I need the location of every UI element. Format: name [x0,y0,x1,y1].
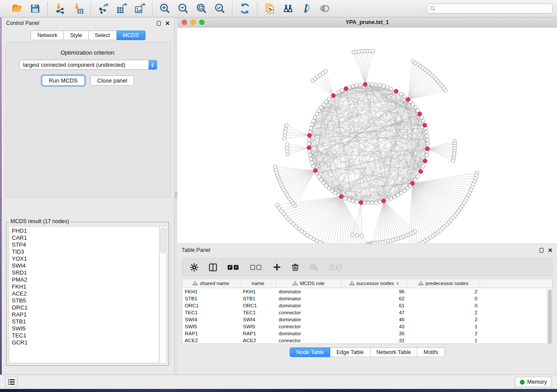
network-node[interactable] [451,159,455,162]
network-node[interactable] [382,84,385,88]
network-node[interactable] [389,196,393,200]
close-table-panel-icon[interactable]: ✕ [548,248,553,253]
network-node[interactable] [350,233,354,237]
network-node[interactable] [426,134,429,138]
network-node[interactable] [411,103,415,106]
mcds-result-list[interactable]: PHD1CAR1STP4TID3YOX1SWI4SRD1PMA2FKH1ACE2… [9,226,159,363]
tab-network-table[interactable]: Network Table [370,347,418,357]
optimization-criterion-select[interactable]: largest connected component (undirected) [19,60,157,70]
memory-button[interactable]: Memory [515,377,552,387]
table-row[interactable]: ACE2ACE2connector311 [182,337,552,344]
mcds-result-item[interactable]: RAP1 [12,311,159,318]
network-node[interactable] [360,234,363,237]
run-mcds-button[interactable]: Run MCDS [42,76,85,86]
mcds-result-item[interactable]: TID3 [12,248,159,255]
table-row[interactable]: SWI5SWI5connector431 [182,323,552,330]
task-history-button[interactable] [5,377,17,387]
network-node[interactable] [421,165,425,168]
show-columns-icon[interactable] [209,263,217,272]
network-node[interactable] [403,189,406,193]
table-options-gear-icon[interactable] [190,263,198,272]
export-table-icon[interactable] [115,3,128,15]
network-graph[interactable] [177,28,557,243]
dominator-node[interactable] [339,195,343,199]
column-header-shared-name[interactable]: shared name [182,279,240,288]
tab-motifs[interactable]: Motifs [417,347,444,357]
network-node[interactable] [313,116,317,119]
mcds-result-item[interactable]: SRD1 [12,269,159,276]
import-table-icon[interactable] [72,3,84,15]
table-row[interactable]: TEC1TEC1connector472 [182,309,552,316]
column-header-successor-nodes[interactable]: successor nodes∨ [342,279,407,288]
network-node[interactable] [317,109,321,112]
mcds-result-item[interactable]: YOX1 [12,255,159,262]
mcds-result-item[interactable]: PHD1 [12,227,159,234]
show-hide-icon[interactable] [318,3,331,15]
mcds-result-item[interactable]: TEC1 [12,332,159,339]
network-node[interactable] [273,165,277,168]
add-column-icon[interactable] [273,263,281,271]
network-node[interactable] [322,181,325,184]
network-node[interactable] [378,200,381,203]
network-node[interactable] [307,142,311,145]
network-node[interactable] [399,191,403,195]
network-node[interactable] [425,130,428,134]
dominator-node[interactable] [313,168,317,172]
unselect-all-columns-icon[interactable] [250,265,263,270]
float-table-panel-icon[interactable] [540,248,543,253]
toggle-visual-icon[interactable] [300,3,312,15]
network-node[interactable] [414,106,417,109]
export-network-icon[interactable] [97,3,109,15]
dominator-node[interactable] [331,93,335,97]
tab-select[interactable]: Select [89,31,117,40]
network-node[interactable] [405,186,409,190]
network-node[interactable] [311,165,315,168]
search-field[interactable] [427,3,553,14]
dominator-node[interactable] [359,200,363,204]
table-row[interactable]: RAP1RAP1dominator352 [182,330,552,337]
table-row[interactable]: FKH1FKH1dominator962 [182,288,552,295]
network-node[interactable] [310,123,314,126]
network-node[interactable] [359,83,362,86]
float-panel-icon[interactable] [157,21,161,26]
mcds-result-item[interactable]: CAR1 [12,234,159,241]
dominator-node[interactable] [406,97,410,101]
network-node[interactable] [351,199,355,203]
dominator-node[interactable] [410,181,414,185]
mcds-result-item[interactable]: STB1 [12,318,159,325]
dominator-node[interactable] [344,86,348,90]
dominator-node[interactable] [418,112,422,116]
network-node[interactable] [355,83,358,87]
network-node[interactable] [344,196,347,200]
tab-style[interactable]: Style [64,31,89,40]
network-node[interactable] [284,124,288,127]
open-session-icon[interactable] [10,3,23,15]
table-scrollbar[interactable] [547,288,552,344]
clone-network-icon[interactable] [263,3,276,15]
delete-columns-icon[interactable] [291,263,299,271]
network-node[interactable] [309,127,312,130]
tab-edge-table[interactable]: Edge Table [330,347,370,357]
scrollbar-thumb[interactable] [160,227,166,254]
network-node[interactable] [426,138,429,141]
network-node[interactable] [285,142,289,146]
column-header-MCDS-role[interactable]: MCDS role [276,279,342,288]
network-node[interactable] [374,83,378,86]
mcds-result-item[interactable]: GCR1 [12,339,159,346]
network-node[interactable] [325,100,328,103]
network-node[interactable] [324,69,327,73]
dominator-node[interactable] [423,159,427,163]
mcds-result-item[interactable]: STP4 [12,241,159,248]
network-node[interactable] [403,95,406,98]
network-node[interactable] [414,178,417,182]
network-node[interactable] [378,83,381,87]
network-node[interactable] [311,119,315,123]
zoom-fit-icon[interactable] [195,3,208,15]
network-node[interactable] [443,89,447,93]
network-node[interactable] [307,138,311,141]
network-node[interactable] [310,161,314,165]
mcds-result-item[interactable]: SWI4 [12,262,159,269]
network-node[interactable] [275,203,279,207]
tab-node-table[interactable]: Node Table [290,347,330,357]
network-node[interactable] [319,106,323,109]
